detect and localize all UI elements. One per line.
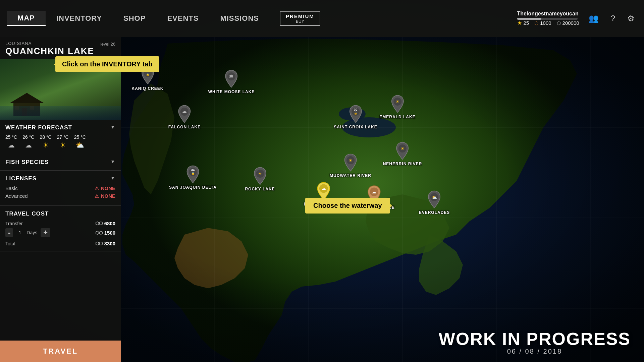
weather-icon-sunny-3: ☀: [43, 141, 49, 149]
fish-species-section[interactable]: FISH SPECIES ▼: [0, 154, 121, 171]
map-pin-falcon-lake[interactable]: ☁ FALCON LAKE: [168, 104, 201, 129]
days-coin-icon: ⬡⬡: [95, 230, 103, 235]
days-number: 1: [16, 230, 23, 235]
pin-body-white-moose: 🌧: [223, 69, 240, 89]
days-control: - 1 Days +: [5, 228, 50, 237]
travel-cost-title: TRAVEL COST: [5, 210, 115, 217]
bronze-coin-icon: ⬡: [534, 20, 538, 26]
svg-text:☀: ☀: [400, 146, 405, 151]
wip-text: WORK IN PROGRESS: [439, 330, 631, 348]
nav-tab-map[interactable]: MAP: [7, 11, 46, 26]
fish-arrow: ▼: [110, 159, 115, 166]
pin-body-falcon-lake: ☁: [176, 104, 193, 124]
svg-text:34: 34: [191, 168, 195, 172]
nav-tab-inventory[interactable]: INVENTORY: [46, 11, 113, 25]
stars-value: 25: [524, 20, 529, 26]
advanced-license-row: Advanced ⚠ NONE: [5, 193, 115, 199]
map-pin-white-moose[interactable]: 🌧 WHITE MOOSE LAKE: [208, 69, 255, 94]
waterway-tooltip: Choose the waterway: [305, 198, 390, 214]
svg-text:☁: ☁: [321, 186, 326, 191]
premium-button[interactable]: PREMIUM BUY: [280, 11, 320, 26]
pin-body-everglades: ⛅: [426, 189, 443, 209]
bronze-coins-stat: ⬡ 1000: [534, 20, 551, 26]
nav-tab-shop[interactable]: SHOP: [113, 11, 156, 25]
basic-license-label: Basic: [5, 185, 18, 191]
total-row: Total ⬡⬡ 8300: [5, 239, 115, 246]
weather-icon-cloudy-2: ☁: [25, 141, 32, 149]
help-button[interactable]: ?: [608, 12, 618, 24]
map-pin-saint-croix[interactable]: 30 🔒 SAINT-CROIX LAKE: [334, 104, 377, 129]
travel-button[interactable]: TRAVEL: [0, 341, 121, 362]
silver-coins-stat: ⬡ 200000: [557, 20, 579, 26]
basic-license-row: Basic ⚠ NONE: [5, 185, 115, 191]
pin-body-saint-croix: 30 🔒: [347, 104, 364, 124]
top-navigation: MAP INVENTORY SHOP EVENTS MISSIONS PREMI…: [0, 0, 644, 37]
license-warning-icon-advanced: ⚠: [95, 193, 99, 199]
star-icon: ★: [517, 20, 522, 26]
water-reflection: [0, 106, 121, 120]
map-pin-rocky-lake[interactable]: ☀ ROCKY LAKE: [245, 166, 275, 191]
map-pin-neherrin[interactable]: ☀ NEHERRIN RIVER: [383, 141, 422, 166]
days-plus-button[interactable]: +: [41, 228, 50, 237]
licenses-section: LICENSES ▼ Basic ⚠ NONE Advanced ⚠ NONE: [0, 171, 121, 206]
weather-temp-3: 28 °C: [40, 134, 51, 140]
weather-title: WEATHER FORECAST ▼: [5, 124, 115, 131]
bronze-coins-value: 1000: [540, 20, 551, 26]
nav-tab-missions[interactable]: MISSIONS: [209, 11, 270, 25]
weather-arrow: ▼: [110, 124, 115, 131]
pin-body-rocky: ☀: [252, 166, 268, 186]
wip-date: 06 / 08 / 2018: [439, 348, 631, 355]
advanced-license-label: Advanced: [5, 193, 28, 199]
days-cost-value: ⬡⬡ 1500: [95, 230, 115, 236]
pin-label-mudwater: MUDWATER RIVER: [330, 173, 371, 178]
settings-button[interactable]: ⚙: [625, 12, 637, 24]
pin-label-everglades: EVERGLADES: [419, 210, 450, 215]
transfer-label: Transfer: [5, 221, 23, 226]
advanced-license-text: NONE: [101, 193, 115, 199]
silver-coin-icon: ⬡: [557, 20, 561, 26]
total-label: Total: [5, 241, 15, 246]
pin-label-rocky: ROCKY LAKE: [245, 187, 275, 191]
friends-button[interactable]: 👥: [586, 12, 601, 24]
svg-text:🔒: 🔒: [191, 172, 195, 175]
stars-stat: ★ 25: [517, 20, 529, 26]
svg-text:🔒: 🔒: [146, 73, 150, 76]
location-header: level 26 LOUISIANA QUANCHKIN LAKE: [0, 37, 121, 59]
pin-body-san-joaquin: 34 🔒: [184, 164, 201, 184]
inventory-tooltip: Click on the INVENTORY tab: [55, 56, 159, 72]
svg-text:☀: ☀: [258, 171, 262, 176]
svg-text:30: 30: [354, 108, 357, 111]
svg-text:🌧: 🌧: [229, 73, 234, 79]
weather-day-1: 25 °C ☁: [5, 134, 17, 149]
svg-text:☁: ☁: [182, 109, 187, 114]
total-coin-icon: ⬡⬡: [95, 241, 103, 246]
nav-tab-events[interactable]: EVENTS: [156, 11, 209, 25]
license-warning-icon-basic: ⚠: [95, 186, 99, 191]
days-minus-button[interactable]: -: [5, 228, 13, 237]
user-section: Thelongestnameyoucan ★ 25 ⬡ 1000 ⬡ 20000…: [517, 11, 637, 26]
weather-temp-4: 27 °C: [57, 134, 69, 140]
map-pin-san-joaquin[interactable]: 34 🔒 SAN JOAQUIN DELTA: [169, 164, 217, 190]
basic-license-value: ⚠ NONE: [95, 185, 115, 191]
weather-day-3: 28 °C ☀: [40, 134, 51, 149]
map-pin-mudwater[interactable]: ☀ MUDWATER RIVER: [330, 153, 371, 178]
pin-label-falcon-lake: FALCON LAKE: [168, 125, 201, 129]
svg-text:☀: ☀: [395, 99, 399, 104]
transfer-amount: 6800: [104, 221, 115, 226]
username-area: Thelongestnameyoucan ★ 25 ⬡ 1000 ⬡ 20000…: [517, 11, 579, 26]
map-pin-emerald-lake[interactable]: ☀ EMERALD LAKE: [379, 94, 415, 119]
weather-section: WEATHER FORECAST ▼ 25 °C ☁ 26 °C ☁ 28 °C…: [0, 120, 121, 154]
weather-day-4: 27 °C ☀: [57, 134, 69, 149]
transfer-value: ⬡⬡ 6800: [95, 221, 115, 226]
pin-label-emerald: EMERALD LAKE: [379, 115, 415, 119]
user-stats: ★ 25 ⬡ 1000 ⬡ 200000: [517, 20, 579, 26]
fish-species-title: FISH SPECIES ▼: [5, 159, 115, 166]
days-row: - 1 Days + ⬡⬡ 1500: [5, 228, 115, 237]
pin-label-san-joaquin: SAN JOAQUIN DELTA: [169, 185, 217, 190]
location-name: QUANCHKIN LAKE: [5, 46, 115, 56]
level-badge: level 26: [100, 42, 115, 47]
transfer-coin-icon: ⬡⬡: [95, 221, 103, 226]
silver-coins-value: 200000: [562, 20, 579, 26]
map-pin-everglades[interactable]: ⛅ EVERGLADES: [419, 189, 450, 215]
licenses-arrow: ▼: [110, 175, 115, 182]
